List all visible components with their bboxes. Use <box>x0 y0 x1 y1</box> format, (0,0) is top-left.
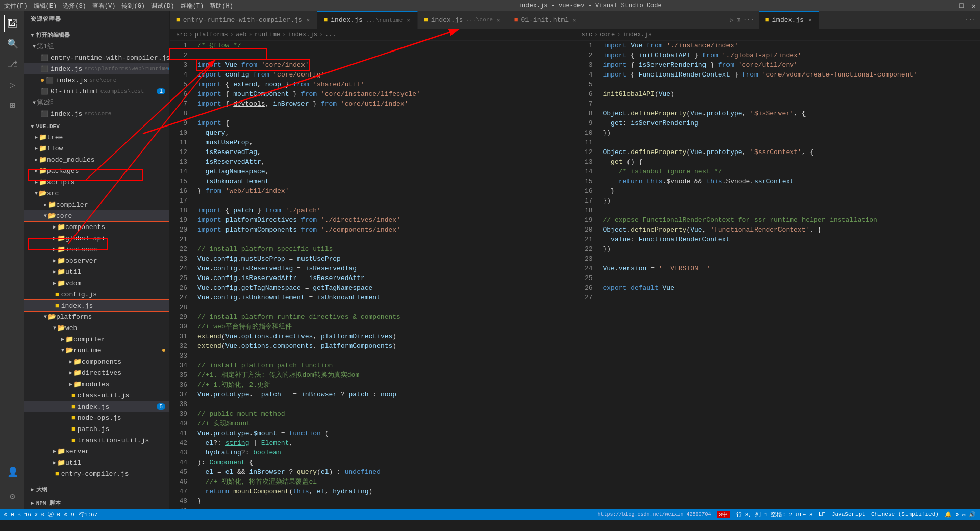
run-icon[interactable]: ▷ <box>730 16 734 24</box>
web-compiler-folder[interactable]: ▶ 📁 compiler <box>24 334 169 345</box>
runtime-directives-folder[interactable]: ▶ 📁 directives <box>24 367 169 378</box>
class-util-file[interactable]: ■ class-util.js <box>24 390 169 401</box>
group2-index-core[interactable]: ⬛ index.js src\core <box>24 108 169 119</box>
open-file-01-init[interactable]: ⬛ 01-init.html examples\test 1 <box>24 86 169 97</box>
error-count[interactable]: ⊙ 9 <box>64 511 74 518</box>
explorer-activity-icon[interactable] <box>4 15 20 32</box>
menu-edit[interactable]: 编辑(E) <box>34 2 57 10</box>
runtime-components-folder[interactable]: ▶ 📁 components <box>24 356 169 367</box>
bc-src[interactable]: src <box>176 31 187 38</box>
src-folder[interactable]: ▼ 📂 src <box>24 188 169 199</box>
runtime-index-file[interactable]: ■ index.js 5 <box>24 401 169 412</box>
instance-folder[interactable]: ▶ 📁 instance <box>24 244 169 255</box>
entry-runtime-tab-close[interactable]: ✕ <box>306 16 311 24</box>
group2-header[interactable]: ▼ 第2组 <box>24 97 169 108</box>
platforms-util-folder[interactable]: ▶ 📁 util <box>24 457 169 468</box>
git-activity-icon[interactable]: ⎇ <box>4 56 20 72</box>
tree-folder[interactable]: ▶ 📁 tree <box>24 132 169 143</box>
vdom-folder[interactable]: ▶ 📁 vdom <box>24 277 169 289</box>
vdom-chevron: ▶ <box>53 280 56 286</box>
open-file-index-core[interactable]: ⬛ index.js src\core <box>24 74 169 86</box>
tab-index-runtime[interactable]: ■ index.js ...\runtime ✕ <box>317 11 417 29</box>
account-icon[interactable]: 👤 <box>4 464 20 480</box>
menu-select[interactable]: 选择(S) <box>63 2 86 10</box>
server-folder[interactable]: ▶ 📁 server <box>24 446 169 457</box>
bc-platforms[interactable]: platforms <box>195 31 228 38</box>
maximize-button[interactable]: □ <box>959 2 963 10</box>
config-js-file[interactable]: ■ config.js <box>24 289 169 300</box>
core-index-js-file[interactable]: ■ index.js <box>24 300 169 311</box>
npm-scripts-section[interactable]: ▶ NPM 脚本 <box>24 497 169 509</box>
transition-util-file[interactable]: ■ transition-util.js <box>24 435 169 446</box>
left-code-area[interactable]: 12345 678910 1112131415 1617181920 21222… <box>170 41 575 509</box>
vdom-label: vdom <box>65 280 81 287</box>
bc-web[interactable]: web <box>236 31 247 38</box>
index-runtime-tab-close[interactable]: ✕ <box>406 16 411 24</box>
runtime-folder[interactable]: ▼ 📂 runtime <box>24 345 169 356</box>
vue-dev-section[interactable]: ▼ VUE-DEV <box>24 121 169 132</box>
split-icon[interactable]: ⊞ <box>737 16 740 24</box>
init-html-tab-close[interactable]: ✕ <box>572 16 577 24</box>
menu-goto[interactable]: 转到(G) <box>121 2 145 10</box>
git-branch-status[interactable]: ⊙ 0 ⚠ 16 ✗ 0 Ⓐ 0 <box>4 511 60 518</box>
index-core-right-close[interactable]: ✕ <box>807 16 813 24</box>
observer-folder[interactable]: ▶ 📁 observer <box>24 255 169 266</box>
scripts-folder[interactable]: ▶ 📁 scripts <box>24 176 169 188</box>
outline-section[interactable]: ▶ 大纲 <box>24 484 169 495</box>
packages-folder[interactable]: ▶ 📁 packages <box>24 165 169 176</box>
extensions-activity-icon[interactable]: ⊞ <box>4 97 20 113</box>
entry-compiler-file[interactable]: ■ entry-compiler.js <box>24 468 169 479</box>
sougou-indicator[interactable]: S中 <box>717 511 730 518</box>
core-folder[interactable]: ▼ 📂 core <box>24 210 169 221</box>
open-file-index-runtime[interactable]: ⬛ index.js src\platforms\web\runtime 5 <box>24 63 169 74</box>
window-controls[interactable]: — □ ✕ <box>947 2 976 10</box>
group1-header[interactable]: ▼ 第1组 <box>24 41 169 52</box>
platforms-folder[interactable]: ▼ 📂 platforms <box>24 311 169 322</box>
node-modules-folder[interactable]: ▶ 📁 node_modules <box>24 154 169 165</box>
search-activity-icon[interactable]: 🔍 <box>4 36 20 52</box>
menu-debug[interactable]: 调试(D) <box>151 2 174 10</box>
flow-folder[interactable]: ▶ 📁 flow <box>24 143 169 154</box>
minimize-button[interactable]: — <box>947 2 951 10</box>
open-file-entry-runtime[interactable]: ⬛ entry-runtime-with-compiler.js src\pla… <box>24 52 169 63</box>
tab-entry-runtime[interactable]: ■ entry-runtime-with-compiler.js ✕ <box>170 11 317 29</box>
menu-file[interactable]: 文件(F) <box>4 2 28 10</box>
menu-terminal[interactable]: 终端(T) <box>181 2 204 10</box>
components-subfolder[interactable]: ▶ 📁 components <box>24 221 169 233</box>
compiler-folder[interactable]: ▶ 📁 compiler <box>24 199 169 210</box>
line-endings[interactable]: LF <box>819 511 825 517</box>
web-folder[interactable]: ▼ 📂 web <box>24 322 169 334</box>
encoding[interactable]: Chinese (Simplified) <box>871 511 939 517</box>
more-right-icon[interactable]: ··· <box>965 16 976 23</box>
language-mode[interactable]: JavaScript <box>832 511 865 517</box>
index-runtime-label: index.js <box>51 65 82 73</box>
menu-help[interactable]: 帮助(H) <box>210 2 233 10</box>
util-folder[interactable]: ▶ 📁 util <box>24 266 169 277</box>
right-editor-pane: src › core › index.js 12345 678910 11121… <box>575 29 981 509</box>
more-icon[interactable]: ··· <box>743 16 755 23</box>
debug-activity-icon[interactable]: ▷ <box>4 77 20 93</box>
g2-index-core-icon: ⬛ <box>41 110 48 118</box>
bc-right-src[interactable]: src <box>582 31 593 38</box>
open-editors-section[interactable]: ▼ 打开的编辑器 <box>24 29 169 41</box>
bc-index-js[interactable]: index.js <box>288 31 317 38</box>
runtime-modules-folder[interactable]: ▶ 📁 modules <box>24 378 169 390</box>
settings-icon[interactable]: ⚙ <box>4 488 20 504</box>
menu-bar[interactable]: 文件(F) 编辑(E) 选择(S) 查看(V) 转到(G) 调试(D) 终端(T… <box>4 2 233 10</box>
scripts-label: scripts <box>47 179 75 186</box>
right-code-area[interactable]: 12345 678910 1112131415 1617181920 21222… <box>575 41 981 509</box>
runtime-modified-dot <box>162 349 165 352</box>
global-api-folder[interactable]: ▶ 📁 global-api <box>24 233 169 244</box>
bc-right-index[interactable]: index.js <box>622 31 652 38</box>
bc-runtime[interactable]: runtime <box>255 31 280 38</box>
patch-file[interactable]: ■ patch.js <box>24 423 169 435</box>
tab-index-core-right[interactable]: ■ index.js ✕ <box>759 11 819 29</box>
node-ops-file[interactable]: ■ node-ops.js <box>24 412 169 423</box>
left-editor-pane: src › platforms › web › runtime › index.… <box>170 29 575 509</box>
tab-01-init[interactable]: ■ 01-init.html ✕ <box>508 11 584 29</box>
bc-right-core[interactable]: core <box>600 31 615 38</box>
close-button[interactable]: ✕ <box>972 2 976 10</box>
index-core-tab-close[interactable]: ✕ <box>496 16 501 24</box>
menu-view[interactable]: 查看(V) <box>92 2 116 10</box>
tab-index-core[interactable]: ■ index.js ...\core ✕ <box>418 11 508 29</box>
